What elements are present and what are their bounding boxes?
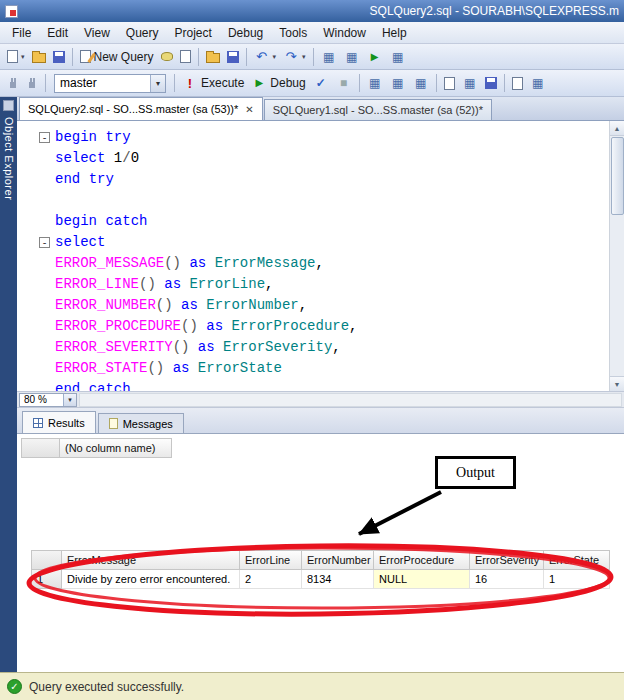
menu-debug[interactable]: Debug — [220, 23, 271, 43]
document-tab[interactable]: SQLQuery1.sql - SO...SS.master (sa (52))… — [264, 99, 492, 120]
code-token: ERROR_NUMBER — [55, 297, 156, 313]
open-folder-icon — [32, 53, 46, 63]
parse-button[interactable]: ✓ — [310, 73, 332, 93]
code-token: select — [55, 234, 105, 250]
save-query-button[interactable] — [224, 49, 242, 65]
fold-collapse-icon[interactable]: - — [39, 132, 50, 143]
tab-results[interactable]: Results — [22, 411, 96, 433]
menu-file[interactable]: File — [4, 23, 39, 43]
grid-cell[interactable]: 16 — [470, 570, 544, 589]
comment-button[interactable] — [509, 75, 526, 92]
window-layout-icon: ▦ — [344, 49, 360, 65]
column-header[interactable]: ErrorNumber — [302, 551, 374, 570]
execute-button[interactable]: !Execute — [179, 73, 247, 93]
code-token: , — [332, 339, 340, 355]
results-to-file-button[interactable] — [482, 75, 500, 91]
object-explorer-strip[interactable]: Object Explorer — [0, 97, 17, 672]
code-token — [156, 276, 164, 292]
query-options-button[interactable]: ▦ — [387, 73, 409, 93]
menu-tools[interactable]: Tools — [271, 23, 315, 43]
save-button[interactable] — [50, 49, 68, 65]
zoom-combo[interactable]: 80 % ▾ — [19, 393, 77, 407]
result-grid-empty: (No column name) — [21, 438, 172, 458]
document-tab[interactable]: SQLQuery2.sql - SO...SS.master (sa (53))… — [19, 97, 263, 120]
disconnect-button[interactable] — [23, 75, 41, 91]
undo-button[interactable]: ↶▾ — [251, 47, 280, 67]
intellisense-button[interactable]: ▦ — [410, 73, 432, 93]
code-token: , — [349, 318, 357, 334]
column-header[interactable]: ErrorMessage — [62, 551, 240, 570]
column-header[interactable]: ErrorSeverity — [470, 551, 544, 570]
menu-edit[interactable]: Edit — [39, 23, 76, 43]
open-query-file-button[interactable] — [203, 48, 223, 65]
menu-window[interactable]: Window — [315, 23, 374, 43]
execute-exclamation-icon: ! — [182, 75, 198, 91]
grid-cell[interactable]: NULL — [374, 570, 470, 589]
fold-gutter — [17, 148, 55, 169]
redo-button[interactable]: ↷▾ — [280, 47, 309, 67]
open-file-button[interactable] — [29, 48, 49, 65]
cancel-query-button[interactable]: ■ — [333, 73, 355, 93]
document-tab-label: SQLQuery1.sql - SO...SS.master (sa (52))… — [273, 104, 483, 116]
code-area[interactable]: -begin tryselect 1/0end trybegin catch-s… — [17, 127, 624, 392]
results-to-grid-button[interactable]: ▦ — [459, 73, 481, 93]
new-query-button[interactable]: New Query — [77, 48, 157, 66]
open-file-icon — [206, 53, 220, 63]
main-area: Object Explorer SQLQuery2.sql - SO...SS.… — [0, 97, 624, 672]
results-file-icon — [485, 77, 497, 89]
column-header[interactable]: ErrorState — [544, 551, 610, 570]
debug-play-icon: ▶ — [251, 75, 267, 91]
grid-cell[interactable]: 1 — [544, 570, 610, 589]
tab-messages[interactable]: Messages — [98, 413, 184, 433]
fold-collapse-icon[interactable]: - — [39, 237, 50, 248]
code-line: ERROR_MESSAGE() as ErrorMessage, — [17, 253, 624, 274]
code-text: begin try — [55, 127, 131, 148]
database-engine-query-button[interactable] — [158, 50, 176, 63]
editor-vertical-scrollbar[interactable]: ▲ ▼ — [609, 121, 624, 391]
activity-monitor-button[interactable]: ▦ — [318, 47, 340, 67]
chevron-down-icon[interactable]: ▾ — [63, 394, 76, 406]
menu-query[interactable]: Query — [118, 23, 167, 43]
results-to-text-button[interactable] — [441, 75, 458, 92]
scroll-up-icon[interactable]: ▲ — [610, 121, 624, 136]
menu-view[interactable]: View — [76, 23, 118, 43]
registered-servers-button[interactable]: ▦ — [387, 47, 409, 67]
column-header[interactable]: ErrorProcedure — [374, 551, 470, 570]
code-token: as — [181, 297, 198, 313]
scroll-down-icon[interactable]: ▼ — [610, 376, 624, 391]
table-row[interactable]: 1Divide by zero error encountered.28134N… — [32, 570, 610, 589]
annotation-output-label: Output — [456, 465, 495, 481]
code-line: ERROR_PROCEDURE() as ErrorProcedure, — [17, 316, 624, 337]
estimated-plan-button[interactable]: ▦ — [364, 73, 386, 93]
title-bar[interactable]: SQLQuery2.sql - SOURABH\SQLEXPRESS.m — [0, 0, 624, 22]
column-header[interactable]: ErrorLine — [240, 551, 302, 570]
scrollbar-thumb[interactable] — [611, 137, 624, 215]
window-layout-button[interactable]: ▦ — [341, 47, 363, 67]
analysis-service-query-button[interactable] — [177, 48, 194, 65]
grid-cell[interactable]: 2 — [240, 570, 302, 589]
new-file-button[interactable]: ▾ — [4, 48, 28, 65]
column-header[interactable]: (No column name) — [60, 439, 172, 458]
code-token: catch — [105, 213, 147, 229]
grid-cell[interactable]: 8134 — [302, 570, 374, 589]
toolbar-separator — [313, 48, 314, 66]
close-tab-icon[interactable]: ✕ — [245, 104, 253, 115]
indent-button[interactable]: ▦ — [527, 73, 549, 93]
database-combo[interactable]: master▾ — [54, 74, 166, 93]
code-token — [215, 339, 223, 355]
run-button[interactable]: ▶ — [364, 47, 386, 67]
code-token: as — [164, 276, 181, 292]
fold-gutter — [17, 211, 55, 232]
connect-button[interactable] — [4, 75, 22, 91]
debug-button[interactable]: ▶Debug — [248, 73, 308, 93]
menu-help[interactable]: Help — [374, 23, 415, 43]
code-editor[interactable]: -begin tryselect 1/0end trybegin catch-s… — [17, 121, 624, 392]
editor-horizontal-scrollbar[interactable] — [79, 393, 622, 407]
code-token: catch — [89, 381, 131, 392]
chevron-down-icon[interactable]: ▾ — [150, 75, 165, 92]
grid-cell[interactable]: Divide by zero error encountered. — [62, 570, 240, 589]
menu-project[interactable]: Project — [167, 23, 220, 43]
play-icon: ▶ — [367, 49, 383, 65]
row-header-corner — [22, 439, 60, 458]
row-header[interactable]: 1 — [32, 570, 62, 589]
